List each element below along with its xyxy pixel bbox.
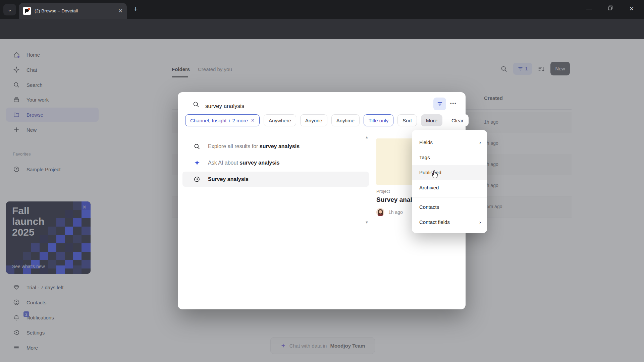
chip-label: Anytime [336, 118, 355, 123]
menu-item-label: Contact fields [419, 219, 450, 225]
avatar [376, 208, 384, 216]
window-minimize-button[interactable]: — [586, 5, 592, 12]
modal-search-icon [193, 101, 200, 109]
tab-title: (2) Browse – Dovetail [35, 8, 116, 13]
result-prefix: Explore all results for [208, 143, 260, 149]
chip-label: Clear [451, 118, 464, 123]
chip-label: Channel, Insight + 2 more [190, 118, 248, 123]
menu-item-tags[interactable]: Tags [412, 150, 487, 165]
menu-item-archived[interactable]: Archived [412, 180, 487, 195]
filter-chip-row: Channel, Insight + 2 more ✕ Anywhere Any… [185, 114, 469, 126]
search-input[interactable]: survey analysis [205, 103, 244, 110]
chip-anytime[interactable]: Anytime [331, 114, 360, 126]
result-ask-ai[interactable]: Ask AI about survey analysis [182, 155, 369, 170]
scroll-down-icon[interactable]: ▼ [365, 220, 369, 224]
menu-item-label: Archived [419, 185, 439, 190]
chip-channel-insight[interactable]: Channel, Insight + 2 more ✕ [185, 114, 260, 126]
chip-more[interactable]: More [421, 114, 442, 126]
chevron-right-icon: › [479, 220, 481, 225]
modal-more-options-icon[interactable]: ••• [450, 101, 457, 106]
chip-remove-icon[interactable]: ✕ [251, 118, 255, 123]
new-tab-button[interactable]: + [133, 5, 138, 13]
menu-item-fields[interactable]: Fields › [412, 135, 487, 150]
window-restore-button[interactable] [608, 5, 613, 12]
menu-item-label: Tags [419, 155, 430, 160]
menu-item-contacts[interactable]: Contacts [412, 199, 487, 215]
chip-label: Anyone [305, 118, 322, 123]
preview-meta: 1h ago [376, 208, 403, 216]
tab-search-chevron-button[interactable]: ⌄ [3, 4, 16, 15]
result-query: Survey analysis [208, 176, 249, 182]
screen: ⌄ (2) Browse – Dovetail ✕ + — ✕ ← → ⟳ [0, 0, 644, 362]
more-filters-menu: Fields › Tags Published Archived Contact… [412, 130, 487, 233]
menu-divider [412, 197, 487, 197]
chip-title-only[interactable]: Title only [364, 114, 393, 126]
menu-item-contact-fields[interactable]: Contact fields › [412, 215, 487, 230]
insight-icon [193, 176, 201, 183]
menu-item-published[interactable]: Published [412, 165, 487, 180]
tab-close-icon[interactable]: ✕ [118, 8, 123, 14]
chip-label: More [426, 118, 437, 123]
chip-label: Anywhere [269, 118, 291, 123]
chip-label: Sort [402, 118, 412, 123]
scroll-up-icon[interactable]: ▲ [365, 135, 369, 139]
chip-anywhere[interactable]: Anywhere [264, 114, 296, 126]
chevron-right-icon: › [479, 140, 481, 145]
chip-clear[interactable]: Clear [446, 114, 469, 126]
browser-toolbar: ← → ⟳ moodjoy-team-2h2v.dovetail.com/bro… [0, 19, 644, 39]
search-icon [193, 143, 201, 150]
preview-time: 1h ago [388, 209, 403, 215]
menu-item-label: Fields [419, 139, 433, 145]
result-explore-all[interactable]: Explore all results for survey analysis [182, 139, 369, 154]
menu-item-label: Contacts [419, 204, 439, 210]
browser-tabstrip: ⌄ (2) Browse – Dovetail ✕ + — ✕ [0, 0, 644, 19]
preview-kind-label: Project [376, 189, 390, 194]
result-query: survey analysis [260, 143, 300, 149]
browser-tab[interactable]: (2) Browse – Dovetail ✕ [19, 3, 127, 19]
result-prefix: Ask AI about [208, 160, 239, 166]
result-survey-analysis[interactable]: Survey analysis [182, 172, 369, 187]
sparkle-icon [193, 159, 201, 167]
window-close-button[interactable]: ✕ [629, 5, 634, 12]
result-query: survey analysis [239, 160, 279, 166]
modal-filter-button[interactable] [433, 98, 446, 110]
chip-sort[interactable]: Sort [397, 114, 417, 126]
chip-label: Title only [369, 118, 388, 123]
dovetail-favicon-icon [23, 7, 31, 15]
chip-anyone[interactable]: Anyone [300, 114, 327, 126]
mouse-cursor-icon [430, 169, 440, 181]
